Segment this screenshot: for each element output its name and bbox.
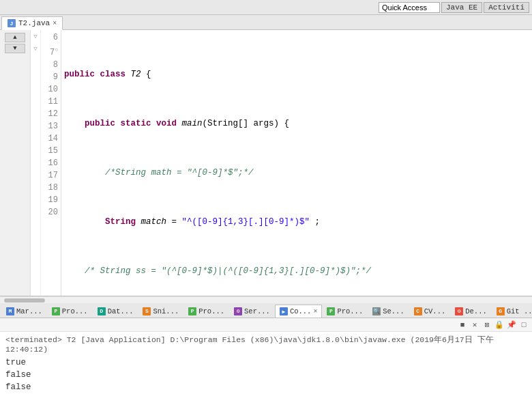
progress-icon: P xyxy=(188,307,196,315)
data-label: Dat... xyxy=(108,307,134,315)
debug-icon: ⚙ xyxy=(455,307,463,315)
markers-icon: M xyxy=(6,307,14,315)
bottom-tab-bar: M Mar... P Pro... D Dat... S Sni... P Pr… xyxy=(0,303,532,318)
snippets-label: Sni... xyxy=(153,307,179,315)
bottom-panel: M Mar... P Pro... D Dat... S Sni... P Pr… xyxy=(0,303,532,394)
bottom-panel-wrapper: M Mar... P Pro... D Dat... S Sni... P Pr… xyxy=(0,303,532,394)
bottom-tab-data[interactable]: D Dat... xyxy=(93,304,138,318)
code-line-9: String match = "^([0-9]{1,3}[.][0-9]*)$"… xyxy=(64,216,529,228)
fold-line-18 xyxy=(31,178,40,190)
console-output: <terminated> T2 [Java Application] D:\Pr… xyxy=(0,332,532,394)
kw-public: public xyxy=(64,68,100,81)
maximize-button[interactable]: □ xyxy=(518,320,529,330)
bottom-tab-search[interactable]: 🔍 Se... xyxy=(368,304,409,318)
problems-label: Pro... xyxy=(62,307,88,315)
tab-close-button[interactable]: × xyxy=(53,20,57,27)
fold-gutter: ▽ ▽ xyxy=(31,30,41,296)
stop-button[interactable]: ■ xyxy=(457,320,468,330)
fold-line-10 xyxy=(31,79,40,92)
data-icon: D xyxy=(98,307,106,315)
fold-line-20 xyxy=(31,202,40,214)
fold-line-12 xyxy=(31,104,40,116)
top-toolbar: Java EE Activiti xyxy=(0,0,532,15)
scroll-thumb[interactable] xyxy=(4,298,45,302)
progress-label: Pro... xyxy=(198,307,224,315)
problems-icon: P xyxy=(52,307,60,315)
console-panel: ■ ✕ ⊠ 🔒 📌 □ <terminated> T2 [Java Applic… xyxy=(0,318,532,394)
bottom-tab-snippets[interactable]: S Sni... xyxy=(138,304,183,318)
java-ee-button[interactable]: Java EE xyxy=(441,2,482,13)
pin-button[interactable]: 📌 xyxy=(506,320,517,330)
search-label: Se... xyxy=(383,307,404,315)
properties-icon: P xyxy=(327,307,335,315)
expand-all-btn[interactable]: ▼ xyxy=(5,44,25,53)
left-margin: ▲ ▼ xyxy=(0,30,31,296)
servers-label: Ser... xyxy=(244,307,270,315)
git-icon: G xyxy=(497,307,505,315)
code-line-7: public static void main(String[] args) { xyxy=(64,117,529,130)
bottom-tab-markers[interactable]: M Mar... xyxy=(1,304,47,318)
file-tab[interactable]: J T2.java × xyxy=(1,16,63,30)
fold-line-19 xyxy=(31,190,40,202)
fold-line-8 xyxy=(31,55,40,67)
cv-label: CV... xyxy=(424,307,446,315)
quick-access-input[interactable] xyxy=(379,2,440,13)
line-numbers: 6 7○ 8 9 10 11 12 13 14 15 16 17 18 19 2… xyxy=(41,30,61,296)
code-line-6: public class T2 { xyxy=(64,68,529,81)
code-content[interactable]: public class T2 { public static void mai… xyxy=(61,30,532,296)
bottom-tab-console[interactable]: ▶ Co... × xyxy=(275,305,323,318)
code-area: ▽ ▽ 6 7○ 8 9 10 11 12 13 14 xyxy=(31,30,532,296)
search-icon: 🔍 xyxy=(372,307,381,315)
console-label: Co... xyxy=(290,307,312,315)
output-line-2: false xyxy=(5,369,527,381)
servers-icon: ⚙ xyxy=(234,307,242,315)
fold-line-13 xyxy=(31,116,40,128)
remove-launch-button[interactable]: ✕ xyxy=(469,320,480,330)
bottom-tab-cv[interactable]: C CV... xyxy=(409,304,451,318)
bottom-tab-servers[interactable]: ⚙ Ser... xyxy=(229,304,275,318)
git-label: Git ... xyxy=(507,307,532,315)
properties-label: Pro... xyxy=(337,307,363,315)
console-icon: ▶ xyxy=(280,307,288,315)
bottom-tab-git[interactable]: G Git ... xyxy=(492,304,532,318)
horizontal-scrollbar[interactable] xyxy=(0,296,532,303)
java-file-icon: J xyxy=(8,19,16,27)
tab-bar: J T2.java × xyxy=(0,15,532,30)
clear-console-button[interactable]: ⊠ xyxy=(482,320,492,330)
fold-line-11 xyxy=(31,92,40,104)
output-line-3: false xyxy=(5,381,527,393)
fold-line-7[interactable]: ▽ xyxy=(31,42,40,55)
activiti-button[interactable]: Activiti xyxy=(484,2,529,13)
collapse-controls: ▲ ▼ xyxy=(0,30,30,56)
terminated-info: <terminated> T2 [Java Application] D:\Pr… xyxy=(5,335,527,354)
code-line-10: /* String ss = "(^[0-9]*$)|(^([0-9]{1,3}… xyxy=(64,265,529,277)
console-toolbar: ■ ✕ ⊠ 🔒 📌 □ xyxy=(0,318,532,332)
fold-line-6[interactable]: ▽ xyxy=(31,30,40,42)
bottom-tab-problems[interactable]: P Pro... xyxy=(47,304,93,318)
collapse-all-btn[interactable]: ▲ xyxy=(5,33,25,42)
bottom-tab-progress[interactable]: P Pro... xyxy=(183,304,229,318)
fold-line-16 xyxy=(31,153,40,165)
snippets-icon: S xyxy=(143,307,151,315)
fold-line-17 xyxy=(31,165,40,178)
cv-icon: C xyxy=(414,307,422,315)
bottom-tab-debug[interactable]: ⚙ De... xyxy=(450,304,492,318)
debug-label: De... xyxy=(465,307,487,315)
fold-line-14 xyxy=(31,128,40,141)
fold-line-9 xyxy=(31,67,40,79)
console-tab-close[interactable]: × xyxy=(313,308,317,315)
scroll-lock-button[interactable]: 🔒 xyxy=(494,320,505,330)
output-line-1: true xyxy=(5,356,527,369)
markers-label: Mar... xyxy=(16,307,42,315)
editor-container: ▲ ▼ ▽ ▽ 6 7○ 8 9 10 xyxy=(0,30,532,296)
code-line-8: /*String math = "^[0-9]*$";*/ xyxy=(64,167,529,179)
tab-filename: T2.java xyxy=(18,19,50,27)
bottom-tab-properties[interactable]: P Pro... xyxy=(322,304,368,318)
fold-line-15 xyxy=(31,141,40,153)
